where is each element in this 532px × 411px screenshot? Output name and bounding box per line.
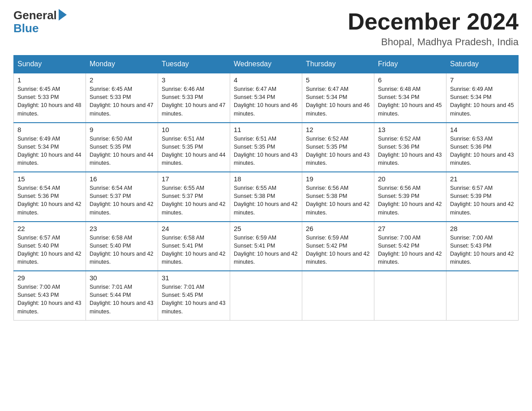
day-info: Sunrise: 6:59 AMSunset: 5:42 PMDaylight:… — [306, 235, 369, 265]
day-cell-8: 8 Sunrise: 6:49 AMSunset: 5:34 PMDayligh… — [14, 123, 86, 172]
day-info: Sunrise: 6:47 AMSunset: 5:34 PMDaylight:… — [306, 86, 369, 116]
day-info: Sunrise: 7:00 AMSunset: 5:42 PMDaylight:… — [378, 235, 442, 265]
day-info: Sunrise: 6:57 AMSunset: 5:39 PMDaylight:… — [450, 185, 514, 215]
day-number: 31 — [162, 274, 226, 282]
day-number: 19 — [306, 175, 370, 183]
day-info: Sunrise: 6:51 AMSunset: 5:35 PMDaylight:… — [234, 136, 297, 166]
day-info: Sunrise: 6:46 AMSunset: 5:33 PMDaylight:… — [162, 86, 225, 116]
day-info: Sunrise: 7:00 AMSunset: 5:43 PMDaylight:… — [450, 235, 514, 265]
day-number: 18 — [234, 175, 298, 183]
day-cell-12: 12 Sunrise: 6:52 AMSunset: 5:35 PMDaylig… — [302, 123, 374, 172]
empty-cell — [374, 271, 446, 320]
day-info: Sunrise: 6:52 AMSunset: 5:35 PMDaylight:… — [306, 136, 369, 166]
day-cell-9: 9 Sunrise: 6:50 AMSunset: 5:35 PMDayligh… — [86, 123, 158, 172]
week-row-2: 8 Sunrise: 6:49 AMSunset: 5:34 PMDayligh… — [14, 123, 519, 172]
day-cell-14: 14 Sunrise: 6:53 AMSunset: 5:36 PMDaylig… — [446, 123, 519, 172]
day-cell-13: 13 Sunrise: 6:52 AMSunset: 5:36 PMDaylig… — [374, 123, 446, 172]
logo-blue-text: Blue — [13, 22, 39, 35]
day-info: Sunrise: 6:53 AMSunset: 5:36 PMDaylight:… — [450, 136, 514, 166]
day-cell-11: 11 Sunrise: 6:51 AMSunset: 5:35 PMDaylig… — [230, 123, 302, 172]
day-number: 23 — [90, 225, 154, 232]
day-number: 5 — [306, 76, 370, 84]
day-number: 1 — [17, 76, 82, 84]
week-row-5: 29 Sunrise: 7:00 AMSunset: 5:43 PMDaylig… — [14, 271, 519, 320]
day-number: 29 — [17, 274, 82, 282]
day-number: 8 — [17, 126, 82, 133]
logo-general-text: General — [13, 9, 57, 22]
week-row-4: 22 Sunrise: 6:57 AMSunset: 5:40 PMDaylig… — [14, 222, 519, 271]
col-sunday: Sunday — [14, 56, 86, 73]
day-info: Sunrise: 6:50 AMSunset: 5:35 PMDaylight:… — [90, 136, 153, 166]
day-cell-6: 6 Sunrise: 6:48 AMSunset: 5:34 PMDayligh… — [374, 73, 446, 123]
day-cell-17: 17 Sunrise: 6:55 AMSunset: 5:37 PMDaylig… — [158, 172, 230, 222]
day-number: 13 — [378, 126, 442, 133]
day-cell-25: 25 Sunrise: 6:59 AMSunset: 5:41 PMDaylig… — [230, 222, 302, 271]
week-row-1: 1 Sunrise: 6:45 AMSunset: 5:33 PMDayligh… — [14, 73, 519, 123]
day-cell-20: 20 Sunrise: 6:56 AMSunset: 5:39 PMDaylig… — [374, 172, 446, 222]
day-info: Sunrise: 6:55 AMSunset: 5:37 PMDaylight:… — [162, 185, 225, 215]
day-info: Sunrise: 6:49 AMSunset: 5:34 PMDaylight:… — [450, 86, 514, 116]
day-number: 6 — [378, 76, 442, 84]
day-cell-5: 5 Sunrise: 6:47 AMSunset: 5:34 PMDayligh… — [302, 73, 374, 123]
empty-cell — [446, 271, 519, 320]
day-number: 28 — [450, 225, 515, 232]
col-friday: Friday — [374, 56, 446, 73]
day-number: 21 — [450, 175, 515, 183]
day-cell-15: 15 Sunrise: 6:54 AMSunset: 5:36 PMDaylig… — [14, 172, 86, 222]
day-info: Sunrise: 6:54 AMSunset: 5:36 PMDaylight:… — [17, 185, 81, 215]
day-number: 2 — [90, 76, 154, 84]
day-info: Sunrise: 7:01 AMSunset: 5:44 PMDaylight:… — [90, 284, 153, 314]
logo: General Blue — [13, 9, 67, 34]
location-title: Bhopal, Madhya Pradesh, India — [348, 36, 519, 48]
month-title: December 2024 — [348, 9, 519, 34]
empty-cell — [230, 271, 302, 320]
day-cell-24: 24 Sunrise: 6:58 AMSunset: 5:41 PMDaylig… — [158, 222, 230, 271]
day-info: Sunrise: 6:58 AMSunset: 5:40 PMDaylight:… — [90, 235, 153, 265]
day-info: Sunrise: 6:49 AMSunset: 5:34 PMDaylight:… — [17, 136, 81, 166]
day-info: Sunrise: 6:48 AMSunset: 5:34 PMDaylight:… — [378, 86, 442, 116]
day-info: Sunrise: 6:52 AMSunset: 5:36 PMDaylight:… — [378, 136, 442, 166]
day-number: 27 — [378, 225, 442, 232]
logo-arrow-icon — [59, 9, 67, 21]
day-cell-4: 4 Sunrise: 6:47 AMSunset: 5:34 PMDayligh… — [230, 73, 302, 123]
day-number: 14 — [450, 126, 515, 133]
day-number: 12 — [306, 126, 370, 133]
week-row-3: 15 Sunrise: 6:54 AMSunset: 5:36 PMDaylig… — [14, 172, 519, 222]
calendar-table: Sunday Monday Tuesday Wednesday Thursday… — [13, 55, 519, 321]
day-info: Sunrise: 6:59 AMSunset: 5:41 PMDaylight:… — [234, 235, 297, 265]
calendar-header-row: Sunday Monday Tuesday Wednesday Thursday… — [14, 56, 519, 73]
title-area: December 2024 Bhopal, Madhya Pradesh, In… — [348, 9, 519, 48]
day-cell-16: 16 Sunrise: 6:54 AMSunset: 5:37 PMDaylig… — [86, 172, 158, 222]
day-info: Sunrise: 6:55 AMSunset: 5:38 PMDaylight:… — [234, 185, 297, 215]
day-number: 15 — [17, 175, 82, 183]
day-cell-28: 28 Sunrise: 7:00 AMSunset: 5:43 PMDaylig… — [446, 222, 519, 271]
day-info: Sunrise: 6:56 AMSunset: 5:38 PMDaylight:… — [306, 185, 369, 215]
day-info: Sunrise: 6:58 AMSunset: 5:41 PMDaylight:… — [162, 235, 225, 265]
day-number: 22 — [17, 225, 82, 232]
day-cell-30: 30 Sunrise: 7:01 AMSunset: 5:44 PMDaylig… — [86, 271, 158, 320]
day-cell-7: 7 Sunrise: 6:49 AMSunset: 5:34 PMDayligh… — [446, 73, 519, 123]
day-number: 17 — [162, 175, 226, 183]
day-info: Sunrise: 7:00 AMSunset: 5:43 PMDaylight:… — [17, 284, 81, 314]
header: General Blue December 2024 Bhopal, Madhy… — [13, 9, 519, 48]
day-number: 7 — [450, 76, 515, 84]
day-info: Sunrise: 6:51 AMSunset: 5:35 PMDaylight:… — [162, 136, 225, 166]
day-cell-19: 19 Sunrise: 6:56 AMSunset: 5:38 PMDaylig… — [302, 172, 374, 222]
day-number: 16 — [90, 175, 154, 183]
day-cell-21: 21 Sunrise: 6:57 AMSunset: 5:39 PMDaylig… — [446, 172, 519, 222]
day-info: Sunrise: 6:45 AMSunset: 5:33 PMDaylight:… — [17, 86, 81, 116]
day-cell-10: 10 Sunrise: 6:51 AMSunset: 5:35 PMDaylig… — [158, 123, 230, 172]
day-number: 24 — [162, 225, 226, 232]
day-number: 25 — [234, 225, 298, 232]
day-number: 3 — [162, 76, 226, 84]
day-info: Sunrise: 6:54 AMSunset: 5:37 PMDaylight:… — [90, 185, 153, 215]
day-number: 4 — [234, 76, 298, 84]
day-cell-31: 31 Sunrise: 7:01 AMSunset: 5:45 PMDaylig… — [158, 271, 230, 320]
day-cell-26: 26 Sunrise: 6:59 AMSunset: 5:42 PMDaylig… — [302, 222, 374, 271]
day-cell-3: 3 Sunrise: 6:46 AMSunset: 5:33 PMDayligh… — [158, 73, 230, 123]
day-number: 9 — [90, 126, 154, 133]
day-info: Sunrise: 6:57 AMSunset: 5:40 PMDaylight:… — [17, 235, 81, 265]
day-cell-18: 18 Sunrise: 6:55 AMSunset: 5:38 PMDaylig… — [230, 172, 302, 222]
day-number: 26 — [306, 225, 370, 232]
day-cell-29: 29 Sunrise: 7:00 AMSunset: 5:43 PMDaylig… — [14, 271, 86, 320]
